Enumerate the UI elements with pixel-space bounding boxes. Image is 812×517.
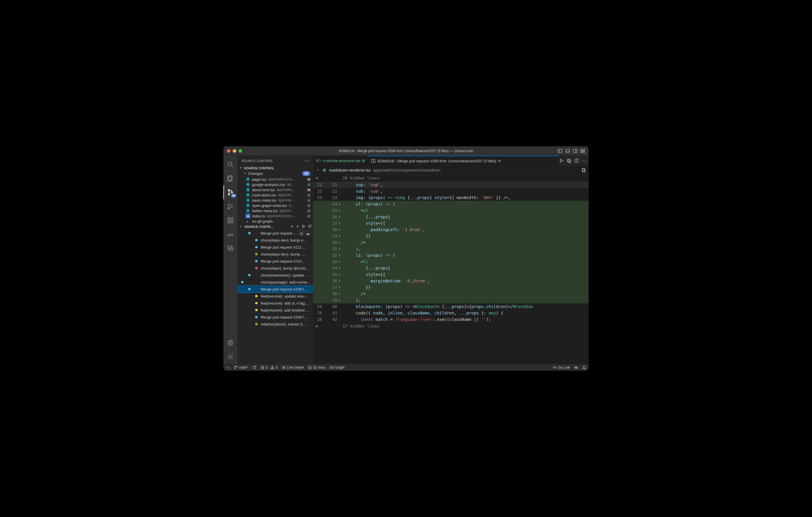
sidebar-more-icon[interactable]: ⋯ [304,158,309,163]
status-time[interactable]: 52 mins [308,365,325,369]
graph-refresh-icon[interactable] [308,224,312,229]
commit-row[interactable]: Merge pull request #211 … [237,244,313,251]
commit-row[interactable]: chore(deps): bump @1cho… [237,265,313,272]
split-editor-icon[interactable] [574,158,579,163]
commit-row[interactable]: chore(deps-dev): bump e… [237,237,313,244]
file-status: M [307,177,311,182]
activity-run-debug[interactable] [224,199,237,213]
file-path: a… [289,204,305,208]
svg-point-87 [576,367,577,368]
status-sync[interactable] [252,365,256,369]
commit-row[interactable]: feat(resume): add timeline… [237,307,313,313]
commit-row[interactable]: feat(resume): update resu… [237,293,313,300]
svg-rect-21 [231,221,233,223]
zoom-window[interactable] [239,149,242,153]
fold-bottom[interactable]: ❄ 17 hidden lines [313,323,588,330]
customize-layout-icon[interactable] [580,149,585,153]
titlebar-layout-icons [558,149,585,153]
file-name: about-text.tsx [252,188,275,192]
graph-pull-icon[interactable] [290,224,294,229]
breadcrumb-path: apps/web/src/components/markdown [373,168,440,173]
file-name: twitter-meta.tsx [252,209,278,213]
fold-top[interactable]: ❄ 20 hidden lines [313,175,588,182]
compare-icon[interactable] [567,158,571,163]
tab-diff-view[interactable]: 818b91c8 - Merge pull request #208 from … [368,156,559,165]
status-branch[interactable]: main* [234,365,248,369]
changed-file-row[interactable]: open-graph-meta.tsxa…U [237,203,313,208]
close-icon[interactable]: ✕ [498,159,501,163]
commit-row[interactable]: Merge pull request #206 f… [237,313,313,321]
layout-secondary-icon[interactable] [573,149,578,153]
close-window[interactable] [227,149,230,153]
more-icon[interactable]: ⋯ [582,158,586,163]
changed-file-row[interactable]: code-block.tsxapps/we…U [237,192,313,197]
status-liveshare[interactable]: Live Share [282,365,303,369]
activity-accounts[interactable] [224,336,237,350]
activity-settings[interactable] [224,350,237,364]
changed-file-row[interactable]: basic-meta.tsxapps/we…U [237,197,313,203]
graph-push-icon[interactable] [296,224,300,229]
svg-rect-0 [558,149,562,152]
layout-panel-icon[interactable] [565,149,570,153]
svg-point-27 [230,356,231,358]
changed-file-row[interactable]: page.tsxapps/web/src/a…M [237,177,313,182]
activity-explorer[interactable] [224,171,237,185]
svg-rect-20 [228,221,230,223]
changes-row[interactable]: Changes 59 [237,171,313,177]
run-icon[interactable] [559,158,564,163]
commit-message: chore(deps): bump @1cho… [261,266,310,270]
commit-message: refactor(about): extract S… [261,322,307,326]
tab-label: 818b91c8 - Merge pull request #208 from … [377,159,496,163]
file-type-icon [245,177,250,182]
commit-row[interactable]: feat(resume): add ul, li tag… [237,300,313,307]
commit-row[interactable]: Merge pull request #208 f… [237,285,313,293]
commit-row[interactable]: chore(package): add mome… [237,279,313,285]
file-type-icon [245,193,250,197]
cloud-icon[interactable]: ☁ [305,231,310,236]
changed-file-row[interactable]: M↓no-git-graph- [237,219,313,224]
changed-file-row[interactable]: google-analytics.tsxap…U [237,182,313,187]
commit-row[interactable]: refactor(about): extract S… [237,321,313,328]
status-go-live[interactable]: Go Live [553,365,570,369]
file-path: apps/web/src/co… [267,214,305,218]
file-status: U [307,198,311,203]
layout-primary-icon[interactable] [558,149,562,153]
minimize-window[interactable] [233,149,236,153]
copy-path-icon[interactable] [581,168,586,173]
graph-section[interactable]: SOURCE CONTR… [237,224,313,230]
status-git-graph[interactable]: Git Graph [329,365,344,369]
status-copilot[interactable] [574,365,578,369]
tab-markdown-file[interactable]: n-vscode-anymore.md U [313,156,368,165]
status-remote[interactable] [226,365,230,369]
graph-fetch-icon[interactable] [301,224,306,229]
snowflake-icon: ❄ [316,323,318,329]
changes-count: 59 [302,171,310,176]
status-notifications[interactable] [582,365,586,369]
changed-file-row[interactable]: twitter-meta.tsxapps/w…U [237,208,313,213]
fold-top-label: 20 hidden lines [342,175,379,181]
target-icon[interactable]: ◎ [299,231,304,236]
scm-section[interactable]: SOURCE CONTROL [237,166,313,171]
svg-rect-65 [567,159,570,162]
activity-chat[interactable] [224,241,237,255]
status-problems[interactable]: 3 0 [260,365,278,369]
activity-extensions[interactable] [224,213,237,227]
changed-file-row[interactable]: TSindex.tsapps/web/src/co…U [237,213,313,219]
tab-status: U [362,158,365,163]
breadcrumb[interactable]: markdown-renderer.tsx apps/web/src/compo… [313,166,588,175]
file-path: ap… [287,182,305,186]
commit-row[interactable]: chore(markdown): update … [237,272,313,279]
file-status: U [307,193,311,197]
activity-search[interactable] [224,157,237,171]
activity-source-control[interactable]: 59 [224,185,237,199]
svg-point-10 [228,162,232,165]
diff-editor[interactable]: ❄ 20 hidden lines 2121 sup: 'sup', 2222 … [313,175,588,364]
changed-file-row[interactable]: about-text.tsxapps/web…M [237,187,313,192]
commit-row[interactable]: Merge pull request …◎☁ [237,230,313,237]
svg-rect-7 [583,149,585,151]
commit-row[interactable]: Merge pull request #210… [237,257,313,265]
file-path: apps/w… [280,209,305,213]
activity-aws[interactable]: aws [224,227,237,241]
commit-message: feat(resume): add timeline… [261,308,309,312]
commit-row[interactable]: chore(deps-dev): bump … [237,251,313,257]
